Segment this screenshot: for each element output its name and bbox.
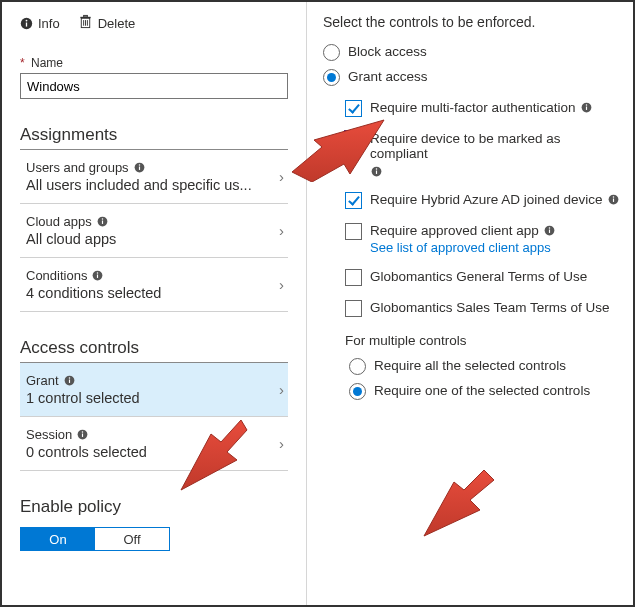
- access-controls-heading: Access controls: [20, 338, 288, 363]
- chevron-right-icon: ›: [279, 435, 284, 452]
- grant-panel-title: Select the controls to be enforced.: [323, 10, 621, 44]
- svg-rect-25: [586, 107, 587, 110]
- svg-point-14: [102, 218, 104, 220]
- required-asterisk: *: [20, 56, 25, 70]
- svg-rect-13: [102, 221, 103, 224]
- info-icon[interactable]: [580, 101, 593, 114]
- enable-policy-toggle[interactable]: On Off: [20, 527, 170, 551]
- cloud-apps-value: All cloud apps: [26, 231, 256, 247]
- info-icon[interactable]: [91, 269, 104, 282]
- name-label: * Name: [20, 56, 288, 70]
- svg-rect-34: [549, 230, 550, 233]
- info-icon: [20, 17, 33, 30]
- chevron-right-icon: ›: [279, 276, 284, 293]
- conditions-item[interactable]: Conditions 4 conditions selected ›: [20, 258, 288, 312]
- info-icon[interactable]: [63, 374, 76, 387]
- cloud-apps-label: Cloud apps: [26, 214, 92, 229]
- svg-rect-10: [139, 167, 140, 170]
- session-label: Session: [26, 427, 72, 442]
- tou-sales-label: Globomantics Sales Team Terms of Use: [370, 300, 610, 315]
- compliant-checkbox[interactable]: [345, 131, 362, 148]
- enable-policy-on[interactable]: On: [21, 528, 95, 550]
- info-icon[interactable]: [543, 224, 556, 237]
- svg-rect-16: [97, 275, 98, 278]
- block-access-label: Block access: [348, 44, 427, 59]
- grant-label: Grant: [26, 373, 59, 388]
- info-icon[interactable]: [76, 428, 89, 441]
- grant-item[interactable]: Grant 1 control selected ›: [20, 363, 288, 417]
- session-value: 0 controls selected: [26, 444, 256, 460]
- svg-point-11: [138, 164, 140, 166]
- mfa-label: Require multi-factor authentication: [370, 100, 576, 115]
- svg-point-20: [68, 377, 70, 379]
- svg-point-26: [585, 104, 587, 106]
- delete-button[interactable]: Delete: [78, 14, 136, 32]
- info-button[interactable]: Info: [20, 14, 60, 32]
- chevron-right-icon: ›: [279, 222, 284, 239]
- assignments-heading: Assignments: [20, 125, 288, 150]
- svg-rect-8: [83, 15, 87, 16]
- grant-access-radio[interactable]: [323, 69, 340, 86]
- tou-sales-checkbox[interactable]: [345, 300, 362, 317]
- require-one-label: Require one of the selected controls: [374, 383, 590, 398]
- info-icon[interactable]: [133, 161, 146, 174]
- info-label: Info: [38, 16, 60, 31]
- compliant-label: Require device to be marked as compliant: [370, 131, 621, 161]
- multiple-controls-heading: For multiple controls: [345, 333, 621, 348]
- enable-policy-off[interactable]: Off: [95, 528, 169, 550]
- require-all-label: Require all the selected controls: [374, 358, 566, 373]
- info-icon[interactable]: [96, 215, 109, 228]
- users-groups-label: Users and groups: [26, 160, 129, 175]
- session-item[interactable]: Session 0 controls selected ›: [20, 417, 288, 471]
- svg-rect-1: [26, 22, 27, 26]
- name-input[interactable]: [20, 73, 288, 99]
- users-groups-value: All users included and specific us...: [26, 177, 256, 193]
- svg-rect-31: [613, 199, 614, 202]
- hybrid-label: Require Hybrid Azure AD joined device: [370, 192, 603, 207]
- svg-point-35: [549, 227, 551, 229]
- delete-label: Delete: [98, 16, 136, 31]
- grant-value: 1 control selected: [26, 390, 256, 406]
- trash-icon: [78, 14, 93, 32]
- tou-general-label: Globomantics General Terms of Use: [370, 269, 587, 284]
- conditions-value: 4 conditions selected: [26, 285, 256, 301]
- svg-point-29: [376, 168, 378, 170]
- require-all-radio[interactable]: [349, 358, 366, 375]
- approved-app-label: Require approved client app: [370, 223, 539, 238]
- users-groups-item[interactable]: Users and groups All users included and …: [20, 150, 288, 204]
- chevron-right-icon: ›: [279, 168, 284, 185]
- approved-app-checkbox[interactable]: [345, 223, 362, 240]
- conditions-label: Conditions: [26, 268, 87, 283]
- svg-rect-22: [82, 434, 83, 437]
- mfa-checkbox[interactable]: [345, 100, 362, 117]
- approved-apps-link[interactable]: See list of approved client apps: [370, 240, 551, 255]
- cloud-apps-item[interactable]: Cloud apps All cloud apps ›: [20, 204, 288, 258]
- chevron-right-icon: ›: [279, 381, 284, 398]
- svg-point-32: [612, 196, 614, 198]
- block-access-radio[interactable]: [323, 44, 340, 61]
- info-icon[interactable]: [607, 193, 620, 206]
- grant-access-label: Grant access: [348, 69, 428, 84]
- svg-point-2: [26, 19, 28, 21]
- hybrid-checkbox[interactable]: [345, 192, 362, 209]
- tou-general-checkbox[interactable]: [345, 269, 362, 286]
- svg-rect-19: [68, 380, 69, 383]
- enable-policy-heading: Enable policy: [20, 497, 288, 521]
- require-one-radio[interactable]: [349, 383, 366, 400]
- svg-rect-28: [376, 171, 377, 174]
- svg-point-17: [97, 272, 99, 274]
- svg-point-23: [82, 431, 84, 433]
- info-icon[interactable]: [370, 165, 383, 178]
